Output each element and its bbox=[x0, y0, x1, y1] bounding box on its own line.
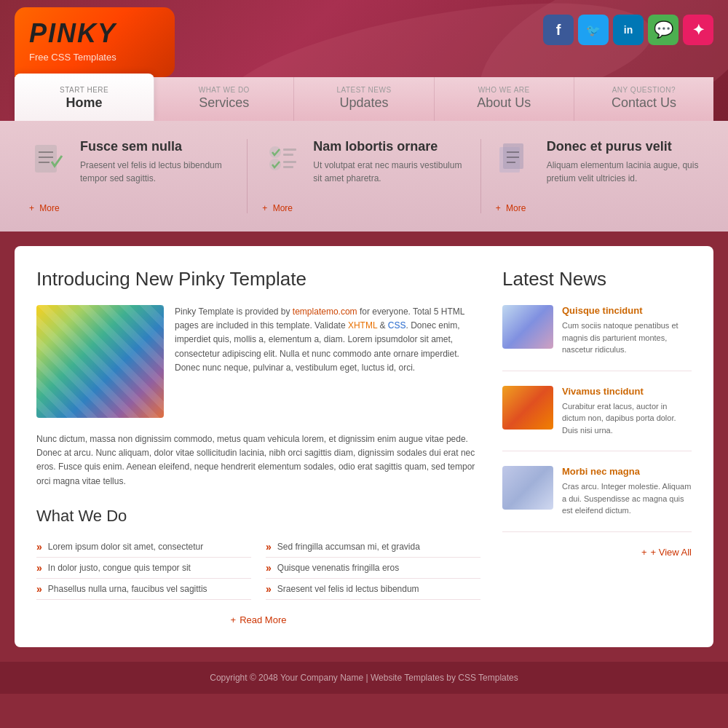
intro-image bbox=[36, 305, 164, 418]
read-more-label: Read More bbox=[240, 614, 286, 625]
features-bar: Fusce sem nulla Praesent vel felis id le… bbox=[0, 121, 728, 232]
nav-services-main: Services bbox=[162, 95, 286, 111]
logo-title: PINKY bbox=[29, 18, 153, 49]
news-item-title-3[interactable]: Morbi nec magna bbox=[562, 466, 692, 477]
feature-2-title: Nam lobortis ornare bbox=[313, 139, 465, 154]
feature-2-icon bbox=[262, 139, 302, 179]
news-item-2: Vivamus tincidunt Curabitur erat lacus, … bbox=[502, 386, 692, 452]
nav-home-main: Home bbox=[22, 95, 146, 111]
footer-text: Copyright © 2048 Your Company Name | Web… bbox=[210, 673, 518, 683]
nav-about[interactable]: WHO WE ARE About Us bbox=[435, 77, 574, 121]
news-item-desc-1: Cum sociis natoque penatibus et magnis d… bbox=[562, 320, 692, 356]
navigation: START HERE Home WHAT WE DO Services LATE… bbox=[15, 77, 713, 121]
svg-rect-5 bbox=[283, 149, 296, 151]
facebook-icon[interactable]: f bbox=[543, 15, 574, 45]
svg-rect-6 bbox=[283, 154, 293, 156]
wwd-item: Sed fringilla accumsan mi, et gravida bbox=[266, 537, 480, 558]
feature-2-more[interactable]: + More bbox=[262, 203, 465, 213]
news-content-2: Vivamus tincidunt Curabitur erat lacus, … bbox=[562, 386, 692, 437]
news-item-1: Quisque tincidunt Cum sociis natoque pen… bbox=[502, 305, 692, 371]
news-item-desc-3: Cras arcu. Integer molestie. Aliquam a d… bbox=[562, 480, 692, 517]
nav-home[interactable]: START HERE Home bbox=[15, 74, 154, 121]
feature-1: Fusce sem nulla Praesent vel felis id le… bbox=[15, 139, 248, 213]
message-icon[interactable]: 💬 bbox=[648, 15, 678, 45]
wwd-item: Quisque venenatis fringilla eros bbox=[266, 558, 480, 579]
feature-3-more[interactable]: + More bbox=[496, 203, 699, 213]
linkedin-icon[interactable]: in bbox=[613, 15, 644, 45]
intro-title: Introducing New Pinky Template bbox=[36, 268, 480, 290]
svg-rect-11 bbox=[503, 143, 523, 169]
intro-full-text: Nunc dictum, massa non dignissim commodo… bbox=[36, 432, 480, 488]
feature-2: Nam lobortis ornare Ut volutpat erat nec… bbox=[248, 139, 480, 213]
read-more-link[interactable]: + Read More bbox=[36, 614, 480, 625]
nav-contact-main: Contact Us bbox=[582, 95, 706, 111]
feature-1-icon bbox=[29, 139, 69, 179]
wwd-col-2: Sed fringilla accumsan mi, et gravida Qu… bbox=[266, 537, 480, 600]
nav-services-sub: WHAT WE DO bbox=[162, 86, 286, 94]
footer: Copyright © 2048 Your Company Name | Web… bbox=[0, 662, 728, 694]
news-item-desc-2: Curabitur erat lacus, auctor in dictum n… bbox=[562, 400, 692, 437]
feature-1-more[interactable]: + More bbox=[29, 203, 232, 213]
news-title: Latest News bbox=[502, 268, 692, 290]
svg-rect-9 bbox=[283, 166, 293, 168]
intro-content: Pinky Template is provided by templatemo… bbox=[36, 305, 480, 418]
news-thumb-3 bbox=[502, 466, 553, 510]
feature-3-desc: Aliquam elementum lacinia augue, quis pr… bbox=[547, 159, 699, 185]
nav-updates-main: Updates bbox=[301, 95, 426, 111]
news-content-1: Quisque tincidunt Cum sociis natoque pen… bbox=[562, 305, 692, 356]
news-thumb-2 bbox=[502, 386, 553, 430]
feature-3-title: Donec et purus velit bbox=[547, 139, 699, 154]
header: PINKY Free CSS Templates f 🐦 in 💬 ✦ STAR… bbox=[0, 0, 728, 121]
wwd-item: In dolor justo, congue quis tempor sit bbox=[36, 558, 251, 579]
wwd-item: Sraesent vel felis id lectus bibendum bbox=[266, 579, 480, 600]
nav-about-main: About Us bbox=[442, 95, 566, 111]
view-all-link[interactable]: + + View All bbox=[502, 547, 692, 558]
view-all-label: + View All bbox=[651, 547, 692, 558]
network-icon[interactable]: ✦ bbox=[683, 15, 713, 45]
svg-rect-8 bbox=[283, 161, 296, 163]
wwd-item: Phasellus nulla urna, faucibus vel sagit… bbox=[36, 579, 251, 600]
news-item-3: Morbi nec magna Cras arcu. Integer moles… bbox=[502, 466, 692, 532]
wwd-col-1: Lorem ipsum dolor sit amet, consectetur … bbox=[36, 537, 251, 600]
what-we-do-list: Lorem ipsum dolor sit amet, consectetur … bbox=[36, 537, 480, 600]
main-content: Introducing New Pinky Template Pinky Tem… bbox=[15, 246, 713, 647]
main-right: Latest News Quisque tincidunt Cum sociis… bbox=[502, 268, 692, 625]
social-icons: f 🐦 in 💬 ✦ bbox=[543, 7, 713, 45]
templatemo-link[interactable]: templatemo.com bbox=[293, 306, 357, 317]
feature-2-desc: Ut volutpat erat nec mauris vestibulum s… bbox=[313, 159, 465, 185]
what-we-do-title: What We Do bbox=[36, 507, 480, 526]
feature-1-title: Fusce sem nulla bbox=[80, 139, 232, 154]
feature-1-desc: Praesent vel felis id lectus bibendum te… bbox=[80, 159, 232, 185]
news-item-title-1[interactable]: Quisque tincidunt bbox=[562, 305, 692, 316]
svg-rect-0 bbox=[35, 145, 57, 173]
news-thumb-1 bbox=[502, 305, 553, 349]
wwd-item: Lorem ipsum dolor sit amet, consectetur bbox=[36, 537, 251, 558]
logo-subtitle: Free CSS Templates bbox=[29, 52, 153, 63]
feature-3-icon bbox=[496, 139, 536, 179]
nav-updates[interactable]: LATEST NEWS Updates bbox=[294, 77, 434, 121]
news-item-title-2[interactable]: Vivamus tincidunt bbox=[562, 386, 692, 397]
svg-point-4 bbox=[269, 146, 281, 158]
nav-home-sub: START HERE bbox=[22, 86, 146, 94]
nav-about-sub: WHO WE ARE bbox=[442, 86, 566, 94]
twitter-icon[interactable]: 🐦 bbox=[578, 15, 609, 45]
news-content-3: Morbi nec magna Cras arcu. Integer moles… bbox=[562, 466, 692, 517]
nav-updates-sub: LATEST NEWS bbox=[301, 86, 426, 94]
svg-point-7 bbox=[269, 159, 281, 170]
intro-text: Pinky Template is provided by templatemo… bbox=[175, 305, 480, 418]
main-left: Introducing New Pinky Template Pinky Tem… bbox=[36, 268, 480, 625]
feature-3: Donec et purus velit Aliquam elementum l… bbox=[481, 139, 713, 213]
nav-contact-sub: ANY QUESTION? bbox=[582, 86, 706, 94]
logo-area: PINKY Free CSS Templates bbox=[15, 7, 175, 77]
nav-contact[interactable]: ANY QUESTION? Contact Us bbox=[574, 77, 713, 121]
nav-services[interactable]: WHAT WE DO Services bbox=[154, 77, 294, 121]
